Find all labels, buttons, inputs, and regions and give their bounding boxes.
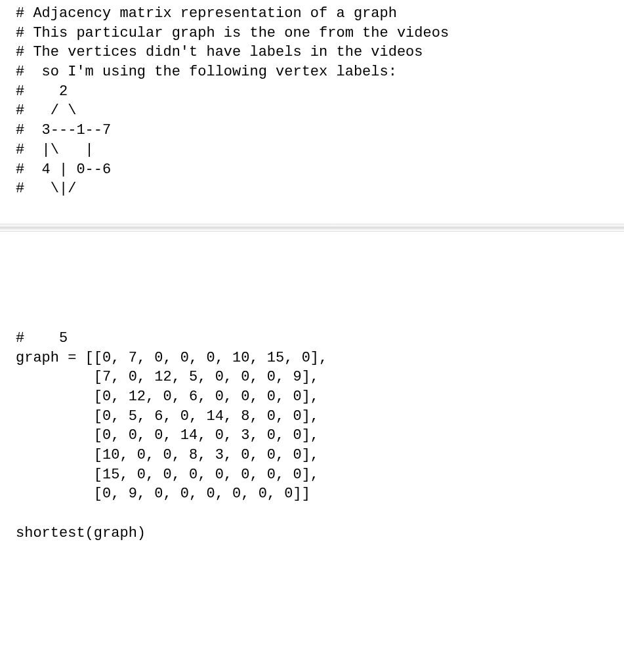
code-line: [15, 0, 0, 0, 0, 0, 0, 0], [16,467,319,483]
code-line: shortest(graph) [16,525,146,541]
code-line: [0, 0, 0, 14, 0, 3, 0, 0], [16,427,319,444]
comment-line: # The vertices didn't have labels in the… [16,44,423,60]
code-line: [0, 12, 0, 6, 0, 0, 0, 0], [16,388,319,405]
code-line: graph = [[0, 7, 0, 0, 0, 10, 15, 0], [16,350,327,366]
ascii-diagram-line: # 2 [16,83,68,100]
section-divider [0,224,624,232]
code-line: [0, 9, 0, 0, 0, 0, 0, 0]] [16,486,310,502]
code-line: [7, 0, 12, 5, 0, 0, 0, 9], [16,369,319,385]
ascii-diagram-line: # 3---1--7 [16,122,111,138]
code-block: # 5 graph = [[0, 7, 0, 0, 0, 10, 15, 0],… [16,329,624,543]
ascii-diagram-line: # 4 | 0--6 [16,161,111,178]
vertical-gap [16,257,624,329]
code-document: # Adjacency matrix representation of a g… [0,0,624,558]
comment-line: # Adjacency matrix representation of a g… [16,5,397,22]
comment-line: # so I'm using the following vertex labe… [16,64,397,80]
ascii-diagram-line: # |\ | [16,142,94,158]
code-line: [10, 0, 0, 8, 3, 0, 0, 0], [16,447,319,463]
code-line: [0, 5, 6, 0, 14, 8, 0, 0], [16,408,319,425]
comment-line: # This particular graph is the one from … [16,25,449,41]
ascii-diagram-line: # / \ [16,102,76,119]
ascii-diagram-line: # \|/ [16,180,76,197]
comment-block: # Adjacency matrix representation of a g… [16,4,624,199]
code-line: # 5 [16,330,68,346]
